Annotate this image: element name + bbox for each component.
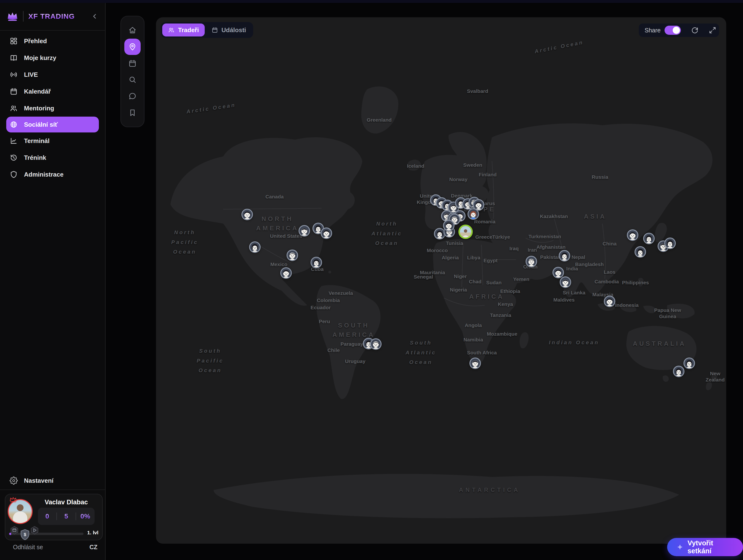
trader-avatar-marker[interactable] [443,220,454,231]
grid-icon [10,37,18,45]
calendar-icon [10,87,18,95]
user-area: $ Vaclav Dlabac 050% 1. lvl Odhlásit se … [0,489,105,560]
sidebar-item-soci-ln-s-[interactable]: Sociální síť [6,116,99,132]
share-toggle[interactable] [664,26,681,35]
trader-avatar-marker[interactable] [470,358,481,369]
history-icon [10,153,18,162]
avatar-photo [17,504,24,511]
trader-avatar-marker[interactable] [370,338,382,350]
trader-avatar-marker[interactable] [242,209,253,220]
share-label: Share [645,27,661,34]
share-toggle-knob [673,27,680,34]
trader-avatar-marker[interactable] [299,225,310,237]
chat-icon[interactable] [124,88,141,104]
globe-icon [10,121,18,129]
users-icon [168,27,175,33]
users-icon [10,104,18,112]
chevron-left-icon[interactable] [91,12,98,20]
gear-icon [10,476,18,485]
sidebar-item-mentoring[interactable]: Mentoring [0,100,105,116]
sidebar-item-termin-l[interactable]: Terminál [0,132,105,149]
sidebar-item-settings[interactable]: Nastavení [0,472,105,489]
sidebar-nav: PřehledMoje kurzyLIVEKalendářMentoringSo… [0,33,105,183]
app-root: { "chrome": { "brand": "XF TRADING", "co… [0,0,743,560]
calendar-badge-icon [10,526,19,534]
user-stat-value: 0 [38,512,56,520]
trader-avatar-marker[interactable] [280,267,292,279]
map-pin-icon[interactable] [124,39,141,55]
trader-avatar-marker[interactable] [560,276,571,288]
book-icon [10,54,18,62]
tab-label: Události [221,27,246,34]
logout-row: Odhlásit se CZ [0,544,105,551]
trader-avatar-marker[interactable] [643,233,655,244]
play-badge-icon [30,526,39,534]
user-profile-card[interactable]: $ Vaclav Dlabac 050% 1. lvl [5,494,103,540]
refresh-icon[interactable] [691,27,699,34]
continents-layer [156,17,726,544]
trader-avatar-marker[interactable] [627,229,638,241]
trader-avatar-marker[interactable] [553,267,564,278]
brand-title: XF TRADING [28,12,75,20]
sidebar-item-label: Moje kurzy [24,54,56,62]
sidebar-item-label: Mentoring [24,105,54,112]
trader-avatar-marker[interactable] [559,250,570,262]
trader-avatar-marker[interactable] [249,241,261,253]
sidebar-item-label: Administrace [24,171,63,178]
red-crown-icon [9,497,17,503]
top-strip [0,0,743,3]
svg-text:$: $ [24,532,26,537]
sidebar-item-label: Kalendář [24,88,51,95]
tab-label: Tradeři [178,27,199,34]
tab-trade-i[interactable]: Tradeři [162,24,205,37]
sidebar-item-label: Trénink [24,154,46,161]
locale-button[interactable]: CZ [89,544,97,551]
trader-avatar-marker[interactable] [526,256,537,267]
sidebar-item-kalend-[interactable]: Kalendář [0,83,105,100]
sidebar-item-label: Sociální síť [24,121,58,128]
user-stats: 050% [38,508,95,525]
sidebar-item-administrace[interactable]: Administrace [0,166,105,183]
trader-avatar-marker[interactable] [673,366,685,377]
sidebar-item-live[interactable]: LIVE [0,66,105,83]
tab-ud-losti[interactable]: Události [206,24,252,37]
home-icon[interactable] [124,22,141,38]
sidebar-item-p-ehled[interactable]: Přehled [0,33,105,49]
trader-avatar-marker[interactable] [684,358,695,369]
sidebar-item-label: LIVE [24,71,38,79]
shield-icon [10,170,18,179]
trader-avatar-marker[interactable] [635,246,646,258]
share-bar: Share [639,24,719,37]
trader-avatar-marker[interactable] [664,238,676,249]
chart-icon [10,137,18,145]
logout-button[interactable]: Odhlásit se [13,544,43,551]
sidebar-divider [0,30,105,31]
trader-avatar-marker[interactable] [287,249,298,261]
trader-avatar-marker[interactable] [604,295,615,307]
broadcast-icon [10,71,18,79]
trader-avatar-marker[interactable] [311,257,322,268]
map-side-toolbar [121,16,144,127]
search-icon[interactable] [124,72,141,88]
trader-avatar-marker[interactable] [321,227,332,239]
self-avatar-marker[interactable] [458,225,473,239]
create-meeting-button[interactable]: Vytvořit setkání [667,538,743,556]
plus-icon [677,544,683,551]
user-name: Vaclav Dlabac [37,499,95,506]
sidebar-item-label: Terminál [24,137,49,145]
world-map[interactable]: Arctic OceanArctic OceanGreenlandIceland… [156,17,726,544]
logo-row: XF TRADING [0,7,105,26]
bookmark-icon[interactable] [124,105,141,121]
sidebar-item-tr-nink[interactable]: Trénink [0,149,105,166]
user-stat-value: 0% [76,512,95,520]
sidebar-item-label: Přehled [24,37,47,45]
trader-avatar-marker[interactable] [468,208,479,220]
calendar-icon[interactable] [124,55,141,72]
crown-logo-icon [7,11,18,21]
dollar-shield-badge-icon: $ [20,529,30,540]
expand-icon[interactable] [709,27,716,34]
settings-label: Nastavení [24,477,53,484]
sidebar: XF TRADING PřehledMoje kurzyLIVEKalendář… [0,3,105,560]
sidebar-item-moje-kurzy[interactable]: Moje kurzy [0,49,105,66]
sidebar-settings: Nastavení [0,472,105,489]
